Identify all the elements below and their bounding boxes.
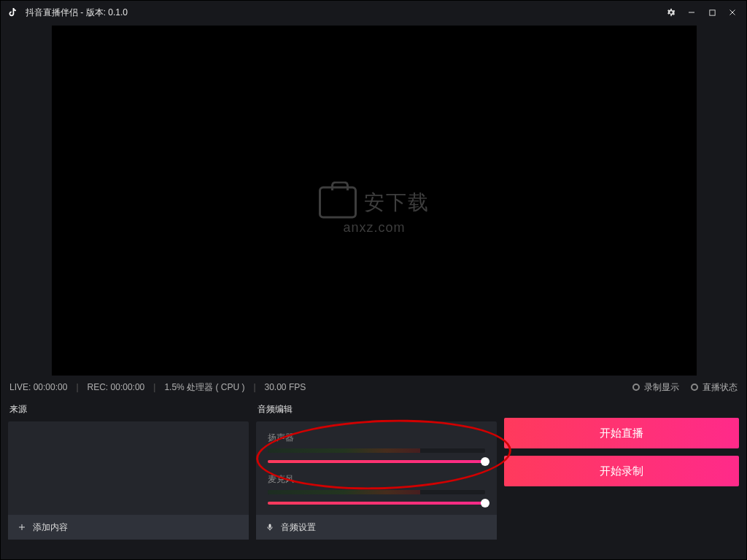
preview-area: 安下载 anxz.com [1,24,746,376]
add-source-label: 添加内容 [33,521,68,534]
sources-panel: 添加内容 [8,421,249,540]
record-indicator-label: 录制显示 [644,381,679,394]
status-live: LIVE: 00:00:00 [9,382,67,392]
actions-column: 开始直播 开始录制 [504,399,739,540]
status-rec: REC: 00:00:00 [88,382,145,392]
mic-group: 麦克风 [268,473,485,505]
start-live-button[interactable]: 开始直播 [504,418,739,448]
audio-panel: 扬声器 麦克风 音频设置 [256,421,497,540]
audio-title: 音频编辑 [256,399,497,421]
svg-rect-1 [709,9,714,15]
dot-icon [691,384,698,391]
audio-settings-label: 音频设置 [281,521,316,534]
mic-icon [265,523,275,532]
minimize-icon[interactable] [684,4,700,20]
settings-icon[interactable] [663,4,679,20]
app-logo-icon [7,6,20,19]
live-indicator[interactable]: 直播状态 [691,381,738,394]
svg-rect-0 [689,12,694,13]
mic-slider[interactable] [268,502,485,505]
status-bar: LIVE: 00:00:00 | REC: 00:00:00 | 1.5% 处理… [1,376,746,399]
watermark-line2: anxz.com [319,220,430,236]
slider-thumb[interactable] [481,457,489,466]
sources-list[interactable] [8,421,249,515]
watermark: 安下载 anxz.com [319,187,430,236]
record-indicator[interactable]: 录制显示 [632,381,679,394]
maximize-icon[interactable] [704,4,720,20]
audio-column: 音频编辑 扬声器 麦克风 [256,399,497,540]
sources-title: 来源 [8,399,249,421]
status-fps: 30.00 FPS [265,382,306,392]
audio-settings-button[interactable]: 音频设置 [256,515,497,540]
speaker-label: 扬声器 [268,432,485,444]
window-title: 抖音直播伴侣 - 版本: 0.1.0 [26,7,128,19]
speaker-group: 扬声器 [268,432,485,463]
sources-column: 来源 添加内容 [8,399,249,540]
mic-meter [268,490,485,494]
plus-icon [17,523,27,532]
live-indicator-label: 直播状态 [703,381,738,394]
close-icon[interactable] [724,4,740,20]
status-cpu: 1.5% 处理器 ( CPU ) [164,381,244,394]
title-bar: 抖音直播伴侣 - 版本: 0.1.0 [1,1,746,24]
video-preview[interactable]: 安下载 anxz.com [52,26,697,376]
bottom-panels: 来源 添加内容 音频编辑 扬声器 麦克风 [1,399,746,540]
dot-icon [632,384,640,391]
add-source-button[interactable]: 添加内容 [8,515,249,540]
speaker-slider[interactable] [268,460,485,463]
slider-thumb[interactable] [481,499,489,508]
watermark-line1: 安下载 [364,189,430,217]
mic-label: 麦克风 [268,473,485,486]
start-record-button[interactable]: 开始录制 [504,456,739,486]
speaker-meter [268,448,485,453]
